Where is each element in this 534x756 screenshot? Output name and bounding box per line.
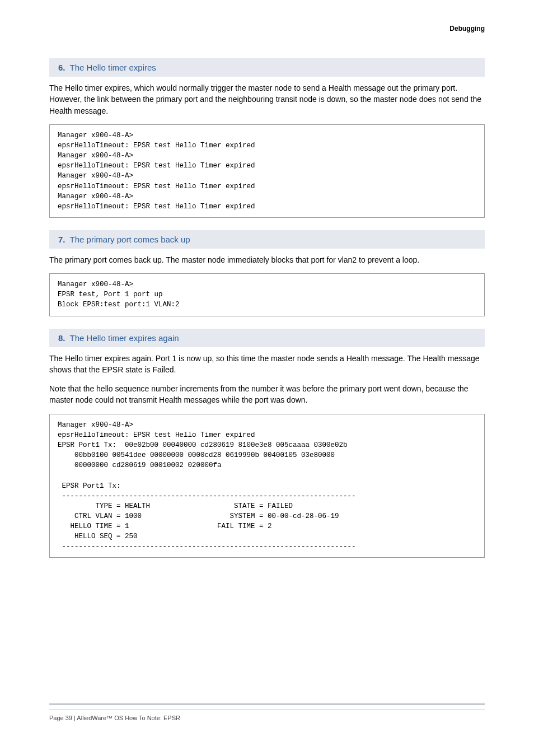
step-header-7: 7. The primary port comes back up [49, 230, 485, 249]
step-header-8: 8. The Hello timer expires again [49, 329, 485, 347]
step-header-6: 6. The Hello timer expires [49, 58, 485, 77]
code-block: Manager x900-48-A> epsrHelloTimeout: EPS… [49, 124, 485, 218]
footer-text: Page 39 | AlliedWare™ OS How To Note: EP… [49, 715, 485, 721]
footer-rule [49, 703, 485, 705]
code-block: Manager x900-48-A> EPSR test, Port 1 por… [49, 273, 485, 316]
code-block: Manager x900-48-A> epsrHelloTimeout: EPS… [49, 414, 485, 558]
step-body: The Hello timer expires, which would nor… [49, 82, 485, 116]
step-title: The Hello timer expires again [70, 333, 179, 343]
section-label: Debugging [449, 25, 485, 32]
step-num: 6. [58, 63, 65, 72]
step-body: The primary port comes back up. The mast… [49, 254, 485, 265]
step-body-2: Note that the hello sequence number incr… [49, 383, 485, 406]
step-num: 8. [58, 333, 65, 343]
step-body: The Hello timer expires again. Port 1 is… [49, 353, 485, 376]
step-title: The Hello timer expires [70, 63, 156, 72]
footer-rule-thin [49, 710, 485, 710]
step-num: 7. [58, 235, 65, 244]
step-title: The primary port comes back up [70, 235, 190, 244]
